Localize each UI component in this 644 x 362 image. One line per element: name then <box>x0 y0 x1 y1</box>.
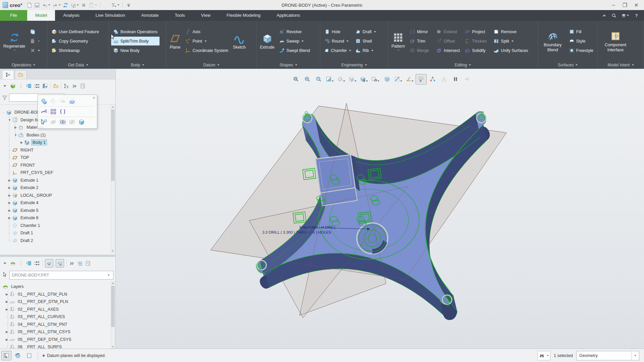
panel-toggle-button[interactable] <box>1 351 11 360</box>
scrollbar-thumb[interactable] <box>111 110 114 181</box>
expand-down-icon[interactable]: ▼ <box>13 133 18 137</box>
minimize-button[interactable]: – <box>608 1 619 9</box>
tree-settings-cube-button[interactable] <box>10 83 16 89</box>
caret-only-button[interactable] <box>103 1 110 9</box>
layers-stack-button[interactable] <box>10 260 16 266</box>
swept-blend-button[interactable]: Swept Blend <box>277 46 312 55</box>
tree-item-chamfer-1[interactable]: –Chamfer 1 <box>0 222 115 230</box>
layer-item-05__prt_def_dtm_csys[interactable]: ▶05__PRT_DEF_DTM_CSYS <box>0 336 115 344</box>
group-label-model-intent[interactable]: Model Intent <box>598 61 644 69</box>
command-search-button[interactable] <box>611 13 616 18</box>
combo-caret-icon[interactable] <box>106 275 111 276</box>
coordinate-system-button[interactable]: Coordinate System <box>183 46 230 55</box>
caret-down-button[interactable] <box>2 83 8 89</box>
graphics-area[interactable]: M4x.7 ISO - H DRILL 3.3 DRILL ( 3.300 ) … <box>116 69 644 349</box>
collapse-rows-button[interactable] <box>34 260 40 266</box>
tree-item-draft-2[interactable]: –Draft 2 <box>0 237 115 245</box>
layer-item-01__prt_def_dtm_pln[interactable]: ▶01__PRT_DEF_DTM_PLN <box>0 298 115 306</box>
redo-button[interactable] <box>52 1 61 9</box>
expand-right-icon[interactable]: ▶ <box>7 201 12 204</box>
tab-analysis[interactable]: Analysis <box>55 10 87 21</box>
blank-page-button[interactable] <box>24 351 34 360</box>
unhide-button[interactable] <box>69 119 75 125</box>
close-window-button[interactable] <box>80 1 87 9</box>
pattern-button[interactable]: Pattern <box>390 31 406 52</box>
selection-filter-combobox[interactable]: Geometry <box>576 351 639 360</box>
display-style-button[interactable] <box>347 74 358 84</box>
subtract-body-button[interactable] <box>50 98 57 105</box>
split-trim-body-button[interactable]: Split/Trim Body <box>111 37 160 46</box>
group-label-editing[interactable]: Editing <box>388 61 538 69</box>
restore-button[interactable]: ❐ <box>620 1 630 9</box>
named-views-button[interactable] <box>359 74 370 84</box>
tab-flexible-modeling[interactable]: Flexible Modeling <box>218 10 268 21</box>
expand-rows-button[interactable] <box>26 83 32 89</box>
boolean-operations-button[interactable]: Boolean Operations <box>111 27 160 36</box>
show-button[interactable] <box>59 119 66 125</box>
expand-right-icon[interactable]: ▶ <box>7 194 12 197</box>
delete-button[interactable] <box>28 46 42 55</box>
dots-button[interactable] <box>18 83 24 89</box>
paste-special-button[interactable] <box>88 1 98 9</box>
tree-doc-button[interactable] <box>85 260 91 266</box>
tree-scrollbar[interactable]: ▲▼ <box>111 105 115 253</box>
remove-button[interactable]: Remove <box>491 27 532 36</box>
tree-item-extrude-1[interactable]: ▶Extrude 1 <box>0 177 115 184</box>
save-button[interactable] <box>34 1 41 9</box>
tree-item-prt-csys-def[interactable]: –PRT_CSYS_DEF <box>0 169 115 177</box>
pattern-mini-button[interactable] <box>50 108 57 115</box>
plane-button[interactable]: Plane <box>168 32 182 50</box>
model-tree-tab[interactable] <box>2 70 14 79</box>
chamfer-button[interactable]: Chamfer <box>322 46 353 55</box>
tab-tools[interactable]: Tools <box>167 10 193 21</box>
expand-rows-button[interactable] <box>26 260 32 266</box>
unify-surfaces-button[interactable]: Unify Surfaces <box>491 46 532 55</box>
new-body-button[interactable]: New Body <box>111 46 160 55</box>
offset-surface-button[interactable] <box>41 108 47 115</box>
expand-right-icon[interactable]: ▶ <box>19 141 24 144</box>
expand-right-icon[interactable]: ▶ <box>13 126 18 129</box>
group-label-operations[interactable]: Operations <box>0 61 47 69</box>
solidify-button[interactable]: Solidify <box>463 46 491 55</box>
mirror-button[interactable]: Mirror <box>408 27 434 36</box>
undo-button[interactable] <box>41 1 51 9</box>
regenerate-qa-button[interactable] <box>62 1 69 9</box>
perspective-button[interactable] <box>381 74 392 84</box>
tree-item-bodies-1-[interactable]: ▼Bodies (1) <box>0 131 115 139</box>
shrinkwrap-button[interactable]: Shrinkwrap <box>49 46 101 55</box>
regenerate-button[interactable]: Regenerate <box>2 31 26 52</box>
copy-button[interactable] <box>28 27 42 36</box>
pause-button[interactable] <box>450 74 461 84</box>
tab-applications[interactable]: Applications <box>268 10 308 21</box>
tree-item-extrude-5[interactable]: ▶Extrude 5 <box>0 207 115 215</box>
zoom-fit-button[interactable] <box>290 74 301 84</box>
group-label-body[interactable]: Body <box>109 61 166 69</box>
tree-filter-button[interactable] <box>64 83 69 89</box>
group-label-engineering[interactable]: Engineering <box>320 61 388 69</box>
layer-item-05__prt_all_dtm_csys[interactable]: ▶05__PRT_ALL_DTM_CSYS <box>0 328 115 336</box>
tree-item-extrude-4[interactable]: ▶Extrude 4 <box>0 199 115 207</box>
hole-button[interactable]: Hole <box>322 27 353 36</box>
folder-browser-tab[interactable] <box>15 70 27 79</box>
freestyle-button[interactable]: Freestyle <box>567 46 595 55</box>
intersect-button[interactable]: Intersect <box>434 46 463 55</box>
split-trim-body-button[interactable] <box>69 98 75 105</box>
tree-item-draft-1[interactable]: –Draft 1 <box>0 229 115 237</box>
intersect-body-button[interactable] <box>59 98 66 105</box>
user-defined-feature-button[interactable]: User-Defined Feature <box>49 27 101 36</box>
merge-button[interactable]: Merge <box>408 46 434 55</box>
tree-item-local-group[interactable]: ▶LOCAL_GROUP <box>0 192 115 199</box>
expand-down-icon[interactable]: ▼ <box>7 118 12 122</box>
mirror-mini-button[interactable] <box>59 108 66 115</box>
section-button[interactable] <box>393 74 404 84</box>
expand-right-icon[interactable]: ▶ <box>5 300 9 303</box>
close-icon[interactable]: ✕ <box>92 96 96 100</box>
trim-button[interactable]: Trim <box>408 37 434 46</box>
select-arrow-icon[interactable] <box>2 272 8 279</box>
collapse-rows-button[interactable] <box>34 83 40 89</box>
group-label-surfaces[interactable]: Surfaces <box>538 61 597 69</box>
analysis-button[interactable] <box>438 74 449 84</box>
tree-item-top[interactable]: –TOP <box>0 154 115 162</box>
tree-doc-button[interactable] <box>80 83 86 89</box>
group-label-datum[interactable]: Datum <box>166 61 256 69</box>
